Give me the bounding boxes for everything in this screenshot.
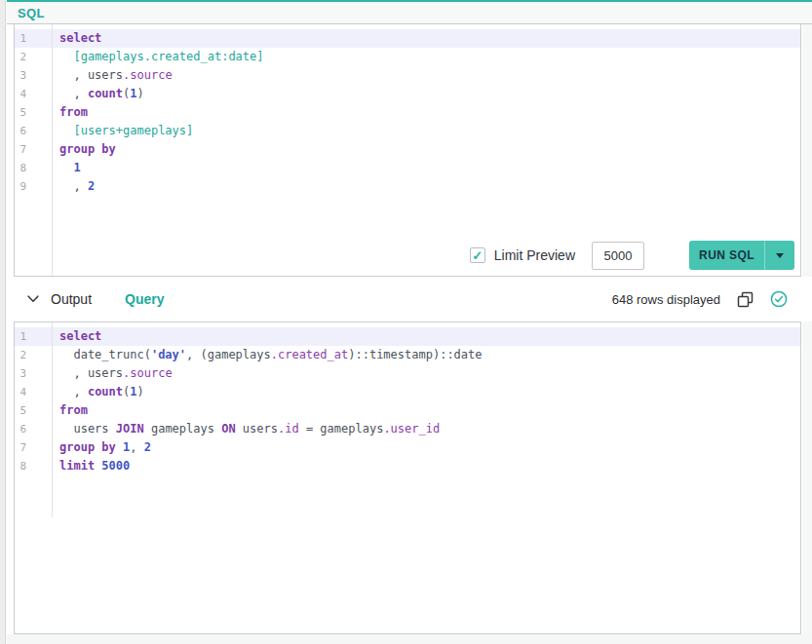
- compiled-code-lines: 1select2 date_trunc('day', (gameplays.cr…: [15, 322, 800, 475]
- code-text: from: [38, 401, 88, 420]
- query-success-badge: [770, 290, 788, 308]
- gutter-divider: [52, 24, 53, 276]
- output-header-row: Output Query 648 rows displayed: [7, 277, 812, 322]
- tab-query[interactable]: Query: [125, 291, 164, 307]
- line-number: 7: [15, 143, 38, 156]
- code-line: 8 1: [15, 159, 800, 177]
- sql-panel-header: SQL: [7, 2, 812, 24]
- code-line: 6 users JOIN gameplays ON users.id = gam…: [15, 420, 800, 438]
- code-line: 6 [users+gameplays]: [15, 122, 800, 140]
- code-line: 3 , users.source: [15, 364, 800, 383]
- collapse-output-button[interactable]: [27, 295, 39, 303]
- code-text: , count(1): [38, 85, 144, 103]
- sql-code-lines: 1select2 [gameplays.created_at:date]3 , …: [15, 24, 800, 196]
- sql-code-editor[interactable]: 1select2 [gameplays.created_at:date]3 , …: [14, 23, 801, 277]
- code-text: , count(1): [38, 383, 144, 401]
- bottom-filler: [7, 634, 812, 644]
- line-number: 4: [15, 88, 38, 100]
- code-text: users JOIN gameplays ON users.id = gamep…: [38, 420, 440, 438]
- code-line: 5from: [15, 103, 800, 122]
- code-text: select: [38, 327, 101, 346]
- line-number: 3: [15, 367, 38, 380]
- code-text: date_trunc('day', (gameplays.created_at)…: [38, 346, 483, 364]
- code-text: group by: [38, 140, 116, 159]
- line-number: 8: [15, 460, 38, 473]
- line-number: 1: [15, 330, 38, 343]
- editor-controls: ✓ Limit Preview RUN SQL: [470, 241, 794, 270]
- run-sql-split-button: RUN SQL: [689, 241, 794, 270]
- code-line: 4 , count(1): [15, 85, 800, 103]
- line-number: 9: [15, 180, 38, 193]
- row-limit-input[interactable]: [592, 242, 644, 270]
- line-number: 8: [15, 162, 38, 174]
- code-line: 8limit 5000: [15, 457, 800, 475]
- line-number: 2: [15, 51, 38, 63]
- right-filler: [802, 24, 812, 634]
- code-line: 4 , count(1): [15, 383, 800, 401]
- code-line: 9 , 2: [15, 177, 800, 196]
- code-line: 7group by: [15, 140, 800, 159]
- code-text: , users.source: [38, 364, 173, 383]
- compiled-sql-viewer[interactable]: 1select2 date_trunc('day', (gameplays.cr…: [14, 322, 801, 634]
- code-text: group by 1, 2: [38, 438, 151, 457]
- line-number: 5: [15, 404, 38, 417]
- code-text: [gameplays.created_at:date]: [38, 48, 264, 66]
- line-number: 1: [15, 32, 38, 45]
- left-rail: [0, 0, 6, 644]
- code-text: , users.source: [38, 66, 173, 85]
- code-line: 1select: [15, 327, 800, 346]
- line-number: 5: [15, 106, 38, 119]
- code-text: [users+gameplays]: [38, 122, 193, 140]
- run-sql-dropdown-button[interactable]: [764, 241, 794, 270]
- code-line: 2 date_trunc('day', (gameplays.created_a…: [15, 346, 800, 364]
- line-number: 6: [15, 423, 38, 436]
- copy-icon: [737, 291, 754, 308]
- gutter-divider: [52, 322, 53, 517]
- code-line: 3 , users.source: [15, 66, 800, 85]
- code-line: 1select: [15, 29, 800, 48]
- line-number: 2: [15, 349, 38, 361]
- line-number: 4: [15, 386, 38, 398]
- sql-editor-panel: { "panel": { "title": "SQL" }, "colors":…: [0, 0, 812, 644]
- output-section-label: Output: [51, 291, 92, 307]
- output-status-area: 648 rows displayed: [612, 290, 788, 308]
- copy-query-button[interactable]: [737, 291, 754, 308]
- code-line: 5from: [15, 401, 800, 420]
- code-text: select: [38, 29, 101, 48]
- code-text: , 2: [38, 177, 95, 196]
- code-line: 7group by 1, 2: [15, 438, 800, 457]
- success-check-icon: [770, 290, 788, 308]
- limit-preview-checkbox[interactable]: ✓: [470, 247, 485, 263]
- line-number: 3: [15, 69, 38, 82]
- code-line: 2 [gameplays.created_at:date]: [15, 48, 800, 66]
- chevron-down-icon: [27, 295, 39, 303]
- caret-down-icon: [776, 253, 784, 258]
- limit-preview-label: Limit Preview: [494, 247, 575, 263]
- panel-title: SQL: [18, 6, 45, 20]
- code-text: from: [38, 103, 88, 122]
- code-text: 1: [38, 159, 81, 177]
- rows-displayed-status: 648 rows displayed: [612, 292, 720, 307]
- line-number: 7: [15, 441, 38, 454]
- line-number: 6: [15, 125, 38, 137]
- run-sql-button[interactable]: RUN SQL: [689, 241, 764, 270]
